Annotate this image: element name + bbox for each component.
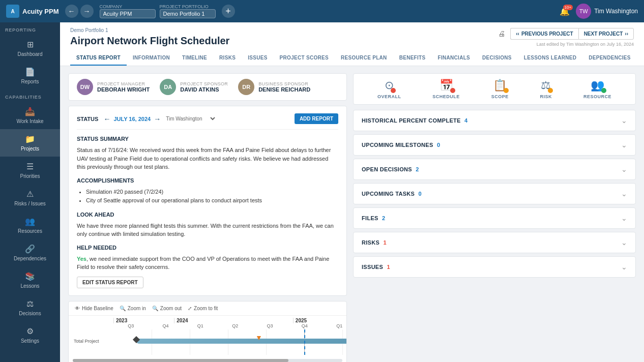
help-needed-yes: Yes: [77, 256, 86, 262]
sidebar-item-dependencies[interactable]: 🔗 Dependencies: [0, 239, 60, 266]
status-label: STATUS: [77, 116, 98, 122]
add-button[interactable]: +: [222, 5, 235, 18]
sponsor-role-label: PROJECT SPONSOR: [180, 81, 228, 86]
timeline-area: 👁 Hide Baseline 🔍 Zoom in 🔍 Zoom out: [68, 301, 347, 362]
upcoming-milestones-header[interactable]: UPCOMING MILESTONES 0 ⌄: [354, 135, 635, 155]
notifications-button[interactable]: 🔔 10+: [560, 7, 570, 16]
portfolio-label: Project Portfolio: [160, 4, 216, 9]
zoom-fit-icon: ⤢: [188, 306, 192, 311]
nav-forward-button[interactable]: →: [80, 5, 94, 18]
sidebar-item-resources[interactable]: 👥 Resources: [0, 212, 60, 239]
project-header: Demo Portfolio 1 Airport Network Flight …: [60, 22, 644, 66]
issues-header[interactable]: ISSUES 1 ⌄: [354, 257, 635, 277]
user-avatar: TW: [576, 4, 591, 19]
status-user-select[interactable]: [207, 115, 217, 122]
lessons-icon: 📚: [25, 272, 35, 281]
tab-financials[interactable]: FINANCIALS: [432, 51, 477, 66]
scope-indicator[interactable]: 📋 SCOPE: [491, 79, 509, 99]
sidebar-item-work-intake[interactable]: 📥 Work Intake: [0, 102, 60, 129]
settings-icon: ⚙: [26, 326, 34, 336]
tab-timeline[interactable]: TIMELINE: [176, 51, 213, 66]
tab-risks[interactable]: RISKS: [213, 51, 242, 66]
project-tabs: STATUS REPORT INFORMATION TIMELINE RISKS…: [70, 51, 634, 66]
risks-card: RISKS 1 ⌄: [353, 232, 636, 253]
status-next-button[interactable]: →: [153, 114, 162, 124]
biz-sponsor-name: DENISE REICHARD: [258, 86, 310, 93]
zoom-in-button[interactable]: 🔍 Zoom in: [120, 306, 146, 311]
tab-resource-plan[interactable]: RESOURCE PLAN: [335, 51, 393, 66]
portfolio-select[interactable]: Demo Portfolio 1: [160, 9, 216, 18]
tab-decisions[interactable]: DECISIONS: [476, 51, 518, 66]
tab-project-scores[interactable]: PROJECT SCORES: [274, 51, 335, 66]
biz-sponsor-card: DR BUSINESS SPONSOR DENISE REICHARD: [238, 79, 310, 95]
sidebar-item-projects[interactable]: 📁 Projects: [0, 129, 60, 157]
company-select[interactable]: Acuity PPM: [100, 9, 156, 18]
edit-status-button[interactable]: EDIT STATUS REPORT: [77, 277, 143, 288]
zoom-out-button[interactable]: 🔍 Zoom out: [152, 306, 182, 311]
sidebar-item-dashboard[interactable]: ⊞ Dashboard: [0, 35, 60, 62]
tab-information[interactable]: INFORMATION: [127, 51, 176, 66]
files-card: FILES 2 ⌄: [353, 207, 636, 229]
timeline-toolbar: 👁 Hide Baseline 🔍 Zoom in 🔍 Zoom out: [69, 301, 346, 316]
upcoming-tasks-title: UPCOMING TASKS: [362, 191, 415, 197]
timeline-bar[interactable]: [136, 339, 346, 344]
logo-icon: A: [6, 5, 19, 18]
sidebar-item-reports[interactable]: 📄 Reports: [0, 62, 60, 89]
sidebar-item-priorities[interactable]: ☰ Priorities: [0, 157, 60, 184]
sidebar-item-label: Resources: [18, 228, 42, 234]
add-report-button[interactable]: ADD REPORT: [295, 113, 338, 124]
resource-indicator[interactable]: 👥 RESOURCE: [583, 79, 611, 99]
tab-lessons-learned[interactable]: LESSONS LEARNED: [518, 51, 582, 66]
priorities-icon: ☰: [26, 162, 34, 171]
tab-dependencies[interactable]: DEPENDENCIES: [582, 51, 634, 66]
people-row: DW PROJECT MANAGER DEBORAH WRIGHT DA PRO…: [68, 73, 347, 101]
left-panel: DW PROJECT MANAGER DEBORAH WRIGHT DA PRO…: [68, 73, 347, 362]
sidebar-item-label: Work Intake: [16, 118, 43, 124]
tab-issues[interactable]: ISSUES: [242, 51, 273, 66]
status-bar: STATUS ← JULY 16, 2024 → Tim Washington …: [77, 113, 338, 130]
timeline-scrollbar[interactable]: [73, 359, 288, 362]
sidebar-item-lessons[interactable]: 📚 Lessons: [0, 266, 60, 294]
accomplishments-heading: ACCOMPLISHMENTS: [77, 177, 338, 184]
tab-status-report[interactable]: STATUS REPORT: [70, 51, 127, 66]
schedule-label: SCHEDULE: [432, 94, 460, 99]
sidebar-item-label: Risks / Issues: [14, 201, 46, 206]
tab-benefits[interactable]: BENEFITS: [393, 51, 432, 66]
open-decisions-title: OPEN DECISIONS: [362, 166, 412, 172]
risks-count: 1: [383, 239, 386, 246]
biz-sponsor-avatar: DR: [238, 79, 254, 95]
zoom-out-icon: 🔍: [152, 306, 158, 311]
look-ahead-text: We have three more planned flight tests …: [77, 222, 338, 238]
sidebar-item-risks-issues[interactable]: ⚠ Risks / Issues: [0, 184, 60, 212]
schedule-indicator[interactable]: 📅 SCHEDULE: [432, 79, 460, 99]
files-header[interactable]: FILES 2 ⌄: [354, 208, 635, 228]
next-project-button[interactable]: NEXT PROJECT ››: [578, 28, 634, 40]
year-2023: 2023: [113, 318, 174, 323]
projects-icon: 📁: [25, 134, 35, 144]
status-prev-button[interactable]: ←: [102, 114, 111, 124]
sidebar-item-label: Priorities: [20, 173, 40, 179]
user-menu[interactable]: TW Tim Washington: [576, 4, 638, 19]
overall-indicator[interactable]: ⊙ OVERALL: [377, 79, 401, 99]
risk-indicator[interactable]: ⚖ RISK: [540, 79, 552, 99]
nav-back-button[interactable]: ←: [65, 5, 78, 18]
sidebar-item-settings[interactable]: ⚙ Settings: [0, 321, 60, 349]
upcoming-milestones-count: 0: [437, 142, 440, 148]
zoom-fit-button[interactable]: ⤢ Zoom to fit: [188, 306, 218, 311]
sidebar-item-label: Dashboard: [18, 51, 43, 57]
files-title: FILES: [362, 215, 378, 221]
year-2025: 2025: [293, 318, 346, 323]
open-decisions-header[interactable]: OPEN DECISIONS 2 ⌄: [354, 159, 635, 179]
hide-baseline-button[interactable]: 👁 Hide Baseline: [75, 306, 113, 311]
historical-percent-header[interactable]: HISTORICAL PERCENT COMPLETE 4 ⌄: [354, 110, 635, 131]
milestone-marker-1[interactable]: ▼: [255, 334, 262, 342]
pm-avatar: DW: [77, 79, 93, 95]
risks-header[interactable]: RISKS 1 ⌄: [354, 232, 635, 253]
look-ahead-heading: LOOK AHEAD: [77, 212, 338, 218]
sidebar-item-decisions[interactable]: ⚖ Decisions: [0, 294, 60, 321]
previous-project-button[interactable]: ‹‹ PREVIOUS PROJECT: [510, 28, 578, 40]
print-button[interactable]: 🖨: [496, 27, 507, 40]
historical-percent-card: HISTORICAL PERCENT COMPLETE 4 ⌄: [353, 110, 636, 131]
upcoming-tasks-header[interactable]: UPCOMING TASKS 0 ⌄: [354, 184, 635, 204]
project-manager-card: DW PROJECT MANAGER DEBORAH WRIGHT: [77, 79, 150, 95]
